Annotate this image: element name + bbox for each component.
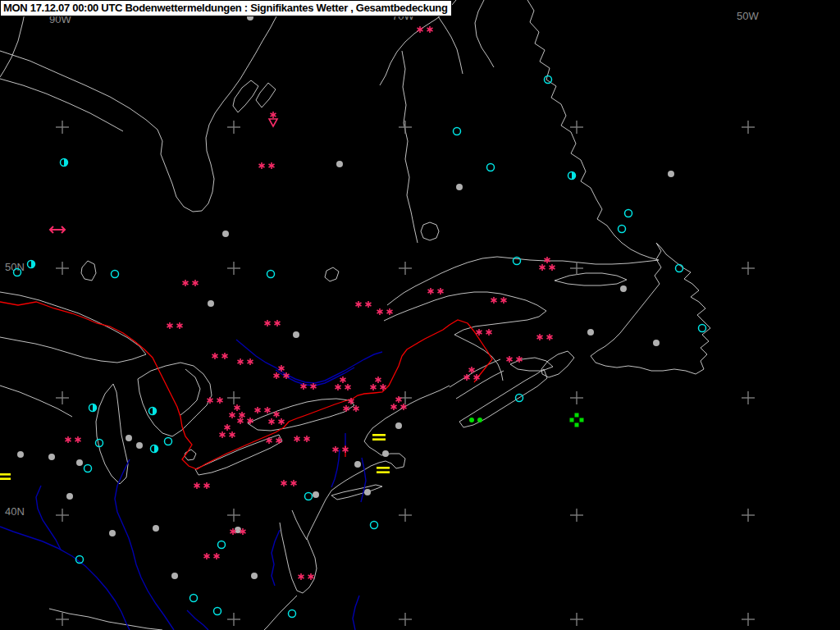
snowflake-glyph	[177, 322, 183, 329]
station-dot-gray-icon	[171, 573, 178, 579]
coastlines	[0, 0, 710, 630]
snow-moderate-icon	[167, 322, 183, 329]
fog-icon	[377, 467, 390, 473]
coastline	[475, 0, 494, 67]
station-dot-gray-icon	[395, 422, 402, 429]
graticule-cross	[570, 509, 583, 522]
snowflake-glyph	[438, 288, 444, 294]
station-dot-gray-icon	[153, 525, 159, 532]
snowflake-glyph	[540, 264, 546, 271]
snow-moderate-icon	[281, 480, 297, 486]
snowflake-glyph	[345, 384, 351, 390]
station-circle-clear-icon	[165, 438, 172, 445]
station-circle-partial-icon	[61, 159, 68, 167]
snowflake-glyph	[507, 356, 513, 363]
station-dot-gray-icon	[293, 331, 299, 338]
graticule-cross	[399, 121, 412, 134]
snowflake-glyph	[371, 384, 377, 390]
snow-shower-icon	[269, 112, 277, 126]
snowflake-glyph	[259, 162, 265, 169]
graticule-cross	[742, 121, 755, 134]
snow-moderate-icon	[377, 308, 393, 315]
station-circle-clear-icon	[96, 440, 103, 447]
station-circle-clear-icon	[84, 465, 92, 472]
station-circle-clear-icon	[619, 226, 626, 233]
coastline	[591, 243, 710, 374]
station-dot-gray-icon	[364, 489, 371, 495]
graticule-cross	[227, 613, 240, 626]
station-dot-gray-icon	[620, 285, 627, 292]
graticule-cross	[227, 391, 240, 404]
snow-moderate-icon	[418, 26, 433, 33]
coastline	[96, 384, 128, 484]
coastline	[459, 369, 544, 422]
snowflake-glyph	[230, 431, 235, 438]
snowflake-glyph	[336, 384, 341, 390]
graticule-cross	[227, 121, 240, 134]
station-circle-clear-icon	[371, 522, 378, 529]
coordinate-label: 50N	[5, 261, 25, 273]
coastline	[0, 0, 284, 212]
snow-moderate-icon	[507, 356, 523, 363]
coastline	[331, 454, 405, 491]
snowflake-glyph	[304, 436, 310, 442]
station-dot-gray-icon	[456, 184, 463, 190]
graticule-cross	[570, 613, 583, 626]
station-circle-clear-icon	[305, 493, 313, 500]
graticule-cross	[56, 509, 69, 522]
snowflake-glyph	[356, 301, 362, 308]
snowflake-glyph	[486, 329, 492, 336]
station-circle-clear-icon	[267, 271, 275, 278]
snowflake-glyph	[387, 308, 393, 315]
station-circle-partial-icon	[568, 172, 576, 180]
snow-heavy-icon	[336, 377, 351, 390]
rain-light-icon	[469, 418, 482, 422]
coastline	[541, 351, 574, 377]
snowflake-glyph	[427, 26, 433, 33]
snow-moderate-icon	[428, 288, 444, 294]
river	[361, 458, 366, 502]
snow-heavy-icon	[230, 404, 245, 418]
title-text: MON 17.12.07 00:00 UTC Bodenwettermeldun…	[3, 2, 448, 14]
snowflake-glyph	[255, 407, 261, 413]
station-circle-clear-icon	[218, 541, 226, 549]
snowflake-glyph	[550, 264, 555, 271]
coastline	[325, 267, 339, 281]
snowflake-glyph	[501, 297, 507, 304]
snow-moderate-icon	[238, 418, 253, 424]
snow-moderate-icon	[491, 297, 507, 304]
coastline	[0, 79, 123, 131]
graticule-cross	[742, 509, 755, 522]
graticule-cross	[56, 613, 69, 626]
fog-icon	[0, 473, 11, 480]
coastline	[364, 386, 450, 455]
coastline	[527, 0, 659, 260]
coastline	[264, 596, 297, 630]
coastline	[0, 386, 72, 417]
snow-heavy-icon	[540, 257, 555, 271]
graticule-cross	[570, 262, 583, 275]
snowflake-glyph	[222, 353, 228, 359]
coordinate-label: 50W	[737, 10, 759, 22]
snowflake-glyph	[204, 553, 210, 559]
river	[0, 527, 130, 630]
snowflake-glyph	[267, 437, 272, 444]
snowflake-glyph	[275, 320, 281, 326]
river	[331, 450, 340, 487]
snow-heavy-icon	[371, 377, 386, 390]
snowflake-glyph	[545, 257, 550, 263]
snowflake-glyph	[204, 482, 210, 489]
station-dot-gray-icon	[126, 435, 132, 441]
coastline	[0, 292, 146, 354]
graticule-cross	[399, 509, 412, 522]
coastline	[138, 363, 212, 436]
snowflake-glyph	[311, 383, 317, 390]
rain-cluster-icon	[570, 413, 584, 427]
rivers	[0, 340, 382, 630]
graticule-cross	[399, 613, 412, 626]
coastline	[510, 358, 553, 371]
snow-moderate-icon	[194, 482, 210, 489]
station-circle-partial-icon	[89, 404, 97, 412]
station-dot-gray-icon	[653, 340, 660, 346]
graticule-cross	[56, 391, 69, 404]
